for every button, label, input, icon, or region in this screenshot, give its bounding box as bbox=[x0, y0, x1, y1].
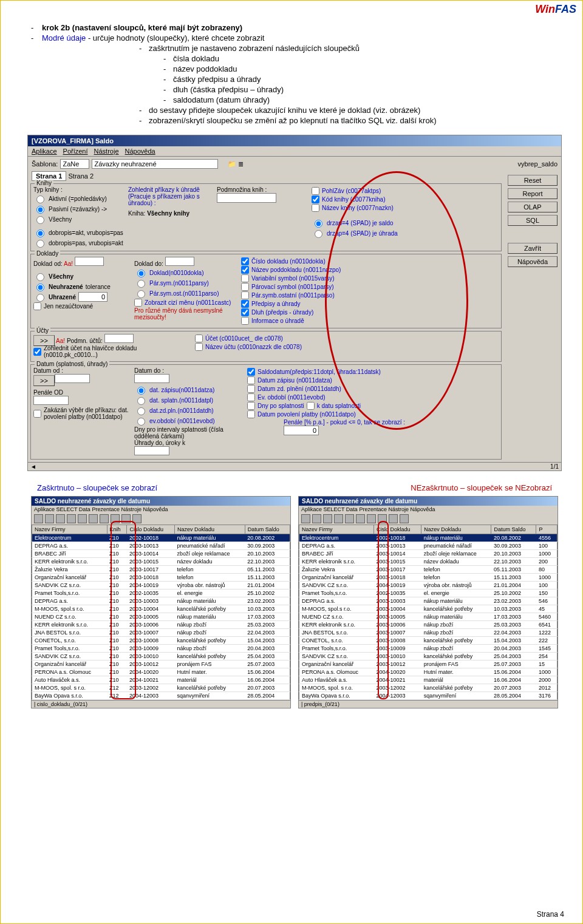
radio-pasivni[interactable] bbox=[36, 206, 44, 214]
tab-strana2[interactable]: Strana 2 bbox=[68, 172, 94, 180]
side-buttons: Reset Report OLAP SQL Zavřít Nápověda bbox=[504, 171, 561, 462]
chk-cd8[interactable] bbox=[241, 317, 249, 325]
r-dk3[interactable] bbox=[137, 290, 145, 298]
blue-label-line: Modré údaje - určuje hodnoty (sloupečky)… bbox=[25, 33, 564, 42]
chk-cd3[interactable] bbox=[241, 274, 249, 282]
chk-zu[interactable] bbox=[33, 348, 41, 356]
caption-left: Zaškrtnuto – sloupeček se zobrazí bbox=[37, 483, 157, 492]
page-indicator: 1/1 bbox=[550, 463, 559, 470]
report-button[interactable]: Report bbox=[508, 188, 557, 199]
chk-cd7[interactable] bbox=[241, 308, 249, 316]
chk-e4[interactable] bbox=[247, 393, 255, 401]
chk-kodknihy[interactable] bbox=[312, 195, 319, 203]
olap-button[interactable]: OLAP bbox=[508, 202, 557, 212]
radio-drzap1[interactable] bbox=[315, 220, 322, 228]
sub2: název poddokladu bbox=[159, 64, 564, 73]
table-left[interactable]: Nazev FirmyKnihCislo DokladuNazev Doklad… bbox=[32, 525, 290, 700]
radio-vsechny[interactable] bbox=[36, 216, 44, 224]
chk-u1[interactable] bbox=[195, 335, 203, 342]
radio-dp2[interactable] bbox=[36, 240, 44, 248]
caption-right: NEzaškrtnuto – sloupeček se NEzobrazí bbox=[411, 483, 552, 492]
menubar-left[interactable]: Aplikace SELECT Data Prezentace Nástroje… bbox=[32, 506, 290, 513]
sablona-name[interactable]: Závazky neuhrazené bbox=[92, 159, 218, 169]
highlight-col-2 bbox=[378, 521, 389, 699]
doklad-od[interactable] bbox=[75, 257, 104, 266]
r-uhrazene[interactable] bbox=[36, 294, 44, 302]
napoveda-button[interactable]: Nápověda bbox=[508, 256, 557, 267]
menubar-right[interactable]: Aplikace SELECT Data Prezentace Nástroje… bbox=[299, 506, 557, 513]
step-title: krok 2b (nastavení sloupců, které mají b… bbox=[25, 23, 564, 32]
window-title: [VZOROVA_FIRMA] Saldo bbox=[28, 135, 561, 146]
chk-e3[interactable] bbox=[247, 385, 255, 393]
sablona-label: Šablona: bbox=[32, 160, 58, 168]
radio-dp1[interactable] bbox=[36, 229, 44, 237]
line-3: zaškrtnutím je nastaveno zobrazení násle… bbox=[134, 44, 564, 53]
sub1: čísla dokladu bbox=[159, 54, 564, 63]
r-dk1[interactable] bbox=[137, 270, 145, 277]
line-5: zobrazení/skrytí sloupečku se změní až p… bbox=[134, 116, 564, 125]
table-right[interactable]: Nazev FirmyCislo DokladuNazev DokladuDat… bbox=[299, 525, 557, 700]
chk-e2[interactable] bbox=[247, 376, 255, 384]
chk-zobr[interactable] bbox=[134, 299, 142, 307]
sub5: saldodatum (datum úhrady) bbox=[159, 95, 564, 104]
saldo-window: [VZOROVA_FIRMA] Saldo AplikacePořízeníNá… bbox=[27, 135, 562, 471]
datod-btn[interactable]: >> bbox=[33, 375, 55, 386]
radio-aktivni[interactable] bbox=[36, 195, 44, 203]
doklad-do[interactable] bbox=[165, 257, 194, 266]
r-dk2[interactable] bbox=[137, 280, 145, 288]
chk-e7[interactable] bbox=[247, 410, 255, 418]
menubar[interactable]: AplikacePořízeníNástrojeNápověda bbox=[28, 146, 561, 157]
chk-cd4[interactable] bbox=[241, 283, 249, 291]
r-neuhrazene[interactable] bbox=[36, 284, 44, 291]
chk-e1[interactable] bbox=[247, 368, 255, 376]
podmnozina-input[interactable] bbox=[217, 193, 276, 203]
chk-cd6[interactable] bbox=[241, 300, 249, 308]
chk-cd5[interactable] bbox=[241, 291, 249, 299]
chk-pohlzav[interactable] bbox=[312, 187, 319, 195]
status-left: | cislo_dokladu_(0/21) bbox=[32, 700, 290, 708]
sql-button[interactable]: SQL bbox=[508, 215, 557, 226]
chk-jen[interactable] bbox=[33, 302, 41, 310]
highlight-col-1 bbox=[111, 521, 136, 699]
sub3: částky předpisu a úhrady bbox=[159, 75, 564, 84]
zavrit-button[interactable]: Zavřít bbox=[508, 243, 557, 254]
r-vsechny[interactable] bbox=[36, 273, 44, 281]
chk-cd2[interactable] bbox=[241, 266, 249, 274]
highlight-oval bbox=[325, 171, 468, 430]
status-right: | predpis_(0/21) bbox=[299, 700, 557, 708]
sub4: dluh (částka předpisu – úhrady) bbox=[159, 85, 564, 94]
table-left-window: SALDO neuhrazené závazky dle datumu Apli… bbox=[31, 496, 291, 708]
chk-u2[interactable] bbox=[195, 343, 203, 351]
radio-drzap2[interactable] bbox=[315, 230, 322, 238]
reset-button[interactable]: Reset bbox=[508, 175, 557, 186]
logo: WinFAS bbox=[535, 3, 576, 16]
chk-zak[interactable] bbox=[33, 410, 41, 418]
chk-nazevknihy[interactable] bbox=[312, 204, 319, 212]
report-name: vybrep_saldo bbox=[518, 160, 557, 168]
sablona-code[interactable]: ZaNe bbox=[60, 159, 89, 169]
page-footer: Strana 4 bbox=[537, 910, 564, 919]
chk-cd1[interactable] bbox=[241, 257, 249, 265]
table-right-window: SALDO neuhrazené závazky dle datumu Apli… bbox=[298, 496, 558, 708]
line-4: do sestavy přidejte sloupeček ukazující … bbox=[134, 106, 564, 115]
chk-e5[interactable] bbox=[247, 402, 255, 410]
